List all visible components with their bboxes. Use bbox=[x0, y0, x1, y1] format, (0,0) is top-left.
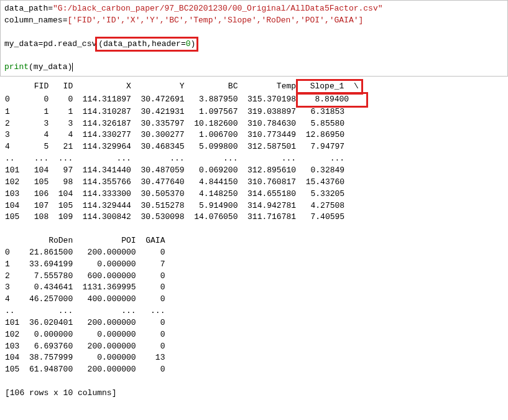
df-row: 105 61.948700 200.000000 0 bbox=[5, 365, 175, 374]
df-row: 0 21.861500 200.000000 0 bbox=[5, 248, 175, 257]
df-row: 104 38.757999 0.000000 13 bbox=[5, 353, 175, 362]
df-row: 103 6.693760 200.000000 0 bbox=[5, 342, 175, 351]
string-data-path: "G:/black_carbon_paper/97_BC20201230/00_… bbox=[53, 4, 383, 13]
df-row: 4 5 21 114.329964 30.468345 5.099800 312… bbox=[5, 142, 359, 151]
df-row: 105 108 109 114.300842 30.530098 14.0760… bbox=[5, 212, 359, 222]
df-row: 102 105 98 114.355766 30.477640 4.844150… bbox=[5, 177, 359, 187]
df-row: 102 0.000000 0.000000 0 bbox=[5, 330, 175, 339]
df-row: 101 36.020401 200.000000 0 bbox=[5, 318, 175, 327]
df-row: 2 3 3 114.326187 30.335797 10.182600 310… bbox=[5, 119, 359, 128]
df-ellipsis: .. ... ... ... ... ... ... ... bbox=[5, 154, 359, 163]
code-line-4: print(my_data) bbox=[4, 62, 73, 72]
output-cell: FID ID X Y BC Temp Slope_1 \ 0 0 0 114.3… bbox=[0, 77, 508, 403]
highlight-slope-value: 8.89400 bbox=[296, 92, 367, 108]
code-line-1: data_path="G:/black_carbon_paper/97_BC20… bbox=[4, 4, 383, 13]
df-row: 101 104 97 114.341440 30.487059 0.069200… bbox=[5, 166, 359, 175]
var-column-names: column_names bbox=[4, 16, 63, 25]
df-row: 3 0.434641 1131.369995 0 bbox=[5, 282, 175, 292]
df-row: 103 106 104 114.333300 30.505370 4.14825… bbox=[5, 189, 359, 198]
highlight-read-csv-args: (data_path,header=0) bbox=[95, 37, 198, 52]
df-row: 3 4 4 114.330277 30.300277 1.006700 310.… bbox=[5, 130, 359, 139]
list-column-names: ['FID','ID','X','Y','BC','Temp','Slope',… bbox=[67, 16, 363, 25]
df-ellipsis: .. ... ... ... bbox=[5, 306, 175, 315]
df-header-2: RoDen POI GAIA bbox=[5, 236, 175, 245]
print-call: print bbox=[4, 62, 29, 72]
df-shape-footer: [106 rows x 10 columns] bbox=[5, 388, 116, 398]
text-cursor bbox=[72, 63, 73, 72]
code-cell[interactable]: data_path="G:/black_carbon_paper/97_BC20… bbox=[0, 0, 508, 77]
code-line-3: my_data=pd.read_csv(data_path,header=0) bbox=[4, 39, 197, 49]
code-line-2: column_names=['FID','ID','X','Y','BC','T… bbox=[4, 16, 363, 25]
var-mydata: my_data bbox=[4, 39, 39, 49]
df-row: 1 33.694199 0.000000 7 bbox=[5, 259, 175, 269]
df-header-1: FID ID X Y BC Temp bbox=[5, 82, 296, 91]
df-row: 104 107 105 114.329444 30.515278 5.91490… bbox=[5, 201, 359, 210]
df-row: 4 46.257000 400.000000 0 bbox=[5, 294, 175, 304]
var-data-path: data_path bbox=[4, 4, 48, 13]
df-row: 0 0 0 114.311897 30.472691 3.887950 315.… bbox=[5, 95, 296, 104]
df-row: 1 1 1 114.310287 30.421931 1.097567 319.… bbox=[5, 107, 359, 116]
df-row: 2 7.555780 600.000000 0 bbox=[5, 271, 175, 281]
